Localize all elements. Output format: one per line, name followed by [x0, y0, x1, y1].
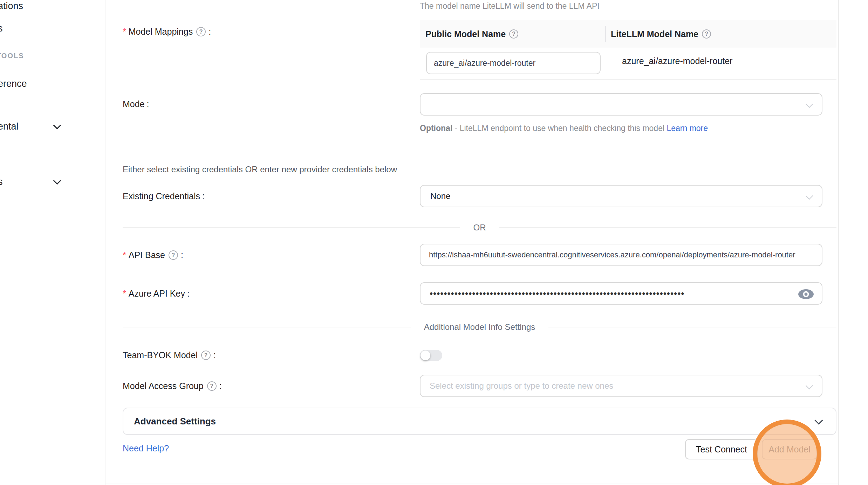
sidebar-item-label: s	[0, 23, 3, 34]
help-icon[interactable]	[207, 381, 217, 391]
column-divider	[605, 26, 606, 42]
add-model-button[interactable]: Add Model	[762, 439, 817, 459]
credentials-note: Either select existing credentials OR en…	[123, 165, 397, 174]
chevron-down-icon	[814, 416, 823, 424]
learn-more-link[interactable]: Learn more	[667, 124, 708, 133]
or-divider: OR	[123, 223, 836, 233]
public-model-name-input[interactable]	[426, 52, 601, 74]
litellm-model-name-header: LiteLLM Model Name	[605, 29, 712, 39]
chevron-down-icon	[806, 192, 813, 200]
existing-credentials-label: Existing Credentials	[123, 191, 205, 201]
sidebar-item-label: ental	[0, 121, 19, 132]
sidebar-item-label: s	[0, 176, 3, 187]
sidebar-section-heading: TOOLS	[0, 52, 24, 60]
chevron-down-icon[interactable]	[53, 177, 61, 185]
model-access-group-select[interactable]	[420, 375, 822, 397]
sidebar-item[interactable]: s	[0, 176, 3, 187]
model-access-group-label: Model Access Group	[123, 381, 222, 391]
required-asterisk	[123, 27, 126, 37]
help-icon[interactable]	[509, 29, 518, 39]
chevron-down-icon	[806, 382, 813, 389]
help-icon[interactable]	[201, 351, 211, 360]
chevron-down-icon[interactable]	[53, 122, 61, 130]
sidebar-item-label: erence	[0, 78, 27, 89]
mode-label: Mode	[123, 99, 149, 109]
chevron-down-icon	[806, 101, 813, 108]
azure-api-key-field[interactable]: ••••••••••••••••••••••••••••••••••••••••…	[420, 282, 822, 305]
help-icon[interactable]	[702, 29, 711, 39]
mode-helper-text: Optional - LiteLLM endpoint to use when …	[420, 121, 718, 136]
required-asterisk	[123, 289, 126, 299]
required-asterisk	[123, 250, 126, 260]
sidebar-item[interactable]: s	[0, 23, 3, 34]
masked-api-key: ••••••••••••••••••••••••••••••••••••••••…	[421, 288, 785, 299]
eye-icon[interactable]	[798, 289, 814, 300]
sidebar-item[interactable]: ations	[0, 1, 23, 12]
toggle-knob	[421, 351, 430, 360]
help-icon[interactable]	[196, 27, 206, 36]
model-mappings-label: Model Mappings	[123, 27, 211, 37]
add-model-page: ations s TOOLS erence ental s The model …	[0, 0, 868, 485]
existing-credentials-select[interactable]: None	[420, 185, 822, 207]
azure-api-key-label: Azure API Key	[123, 289, 190, 299]
mode-select[interactable]	[420, 93, 822, 116]
model-mappings-table: Public Model Name LiteLLM Model Name azu…	[420, 20, 836, 80]
test-connect-button[interactable]: Test Connect	[685, 439, 758, 459]
team-byok-toggle[interactable]	[420, 350, 442, 361]
litellm-model-name-value: azure_ai/azure-model-router	[622, 56, 732, 66]
api-base-input[interactable]	[421, 244, 822, 265]
api-base-field	[420, 244, 822, 266]
api-base-label: API Base	[123, 250, 183, 260]
team-byok-label: Team-BYOK Model	[123, 350, 216, 360]
panel-bottom-border	[105, 484, 838, 484]
model-name-helper-text: The model name LiteLLM will send to the …	[420, 1, 600, 11]
model-access-group-input[interactable]	[421, 375, 799, 396]
table-row: azure_ai/azure-model-router	[420, 48, 836, 79]
sidebar-divider	[105, 0, 105, 485]
need-help-link[interactable]: Need Help?	[123, 443, 169, 453]
selected-value: None	[421, 191, 450, 201]
additional-settings-divider: Additional Model Info Settings	[123, 322, 836, 332]
sidebar-item[interactable]: ental	[0, 121, 19, 132]
sidebar-item[interactable]: erence	[0, 78, 27, 89]
panel-right-border	[838, 0, 839, 485]
advanced-settings-panel[interactable]: Advanced Settings	[123, 408, 836, 435]
model-mappings-table-header: Public Model Name LiteLLM Model Name	[420, 20, 836, 48]
sidebar-item-label: ations	[0, 1, 23, 12]
public-model-name-header: Public Model Name	[420, 29, 605, 39]
help-icon[interactable]	[169, 250, 178, 260]
sidebar-section-label: TOOLS	[0, 52, 24, 60]
